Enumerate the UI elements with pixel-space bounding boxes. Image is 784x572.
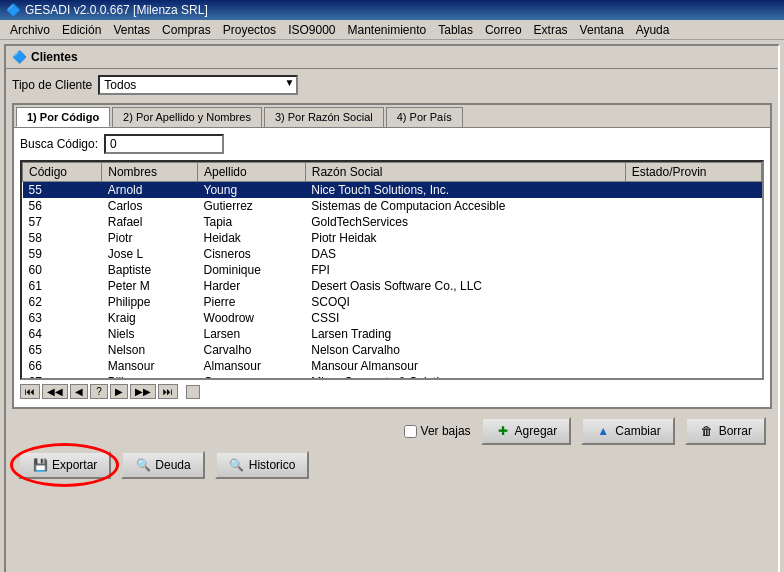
client-type-row: Tipo de Cliente Todos Activo Inactivo — [12, 75, 772, 95]
cell-estado — [625, 358, 761, 374]
cell-razon: SCOQI — [305, 294, 625, 310]
tab-por-razon[interactable]: 3) Por Razón Social — [264, 107, 384, 127]
tab-por-pais[interactable]: 4) Por País — [386, 107, 463, 127]
menu-item-edición[interactable]: Edición — [56, 22, 107, 38]
table-row[interactable]: 59 Jose L Cisneros DAS — [23, 246, 762, 262]
tabs-panel: 1) Por Código 2) Por Apellido y Nombres … — [12, 103, 772, 409]
table-row[interactable]: 57 Rafael Tapia GoldTechServices — [23, 214, 762, 230]
title-icon: 🔷 — [6, 3, 21, 17]
nav-prev-button[interactable]: ◀ — [70, 384, 88, 399]
tab-por-codigo[interactable]: 1) Por Código — [16, 107, 110, 127]
borrar-button[interactable]: 🗑 Borrar — [685, 417, 766, 445]
cambiar-button[interactable]: ▲ Cambiar — [581, 417, 674, 445]
client-type-select-wrapper[interactable]: Todos Activo Inactivo — [98, 75, 298, 95]
table-row[interactable]: 64 Niels Larsen Larsen Trading — [23, 326, 762, 342]
cell-nombres: Bill — [102, 374, 198, 380]
nav-last-button[interactable]: ⏭ — [158, 384, 178, 399]
cell-codigo: 61 — [23, 278, 102, 294]
cell-apellido: Carvalho — [198, 342, 306, 358]
cell-apellido: Heidak — [198, 230, 306, 246]
col-estado: Estado/Provin — [625, 163, 761, 182]
ver-bajas-label: Ver bajas — [421, 424, 471, 438]
cell-apellido: Woodrow — [198, 310, 306, 326]
table-row[interactable]: 55 Arnold Young Nice Touch Solutions, In… — [23, 182, 762, 199]
col-apellido: Apellido — [198, 163, 306, 182]
table-row[interactable]: 67 Bill Genzer Micro Concepts & Solution… — [23, 374, 762, 380]
menu-item-tablas[interactable]: Tablas — [432, 22, 479, 38]
exportar-button[interactable]: 💾 Exportar — [18, 451, 111, 479]
cell-razon: Larsen Trading — [305, 326, 625, 342]
historico-button[interactable]: 🔍 Historico — [215, 451, 310, 479]
cell-codigo: 66 — [23, 358, 102, 374]
exportar-wrapper: 💾 Exportar — [18, 451, 111, 479]
nav-next-button[interactable]: ▶ — [110, 384, 128, 399]
cambiar-icon: ▲ — [595, 423, 611, 439]
cell-nombres: Niels — [102, 326, 198, 342]
agregar-icon: ✚ — [495, 423, 511, 439]
nav-next-next-button[interactable]: ▶▶ — [130, 384, 156, 399]
cell-razon: Piotr Heidak — [305, 230, 625, 246]
deuda-button[interactable]: 🔍 Deuda — [121, 451, 204, 479]
table-row[interactable]: 56 Carlos Gutierrez Sistemas de Computac… — [23, 198, 762, 214]
nav-prev-prev-button[interactable]: ◀◀ — [42, 384, 68, 399]
nav-first-button[interactable]: ⏮ — [20, 384, 40, 399]
client-type-label: Tipo de Cliente — [12, 78, 92, 92]
menu-item-ventas[interactable]: Ventas — [107, 22, 156, 38]
table-row[interactable]: 58 Piotr Heidak Piotr Heidak — [23, 230, 762, 246]
table-row[interactable]: 66 Mansour Almansour Mansour Almansour — [23, 358, 762, 374]
nav-help-button[interactable]: ? — [90, 384, 108, 399]
menu-item-ventana[interactable]: Ventana — [574, 22, 630, 38]
agregar-button[interactable]: ✚ Agregar — [481, 417, 572, 445]
menu-item-proyectos[interactable]: Proyectos — [217, 22, 282, 38]
table-row[interactable]: 65 Nelson Carvalho Nelson Carvalho — [23, 342, 762, 358]
cell-nombres: Jose L — [102, 246, 198, 262]
cell-nombres: Kraig — [102, 310, 198, 326]
table-row[interactable]: 61 Peter M Harder Desert Oasis Software … — [23, 278, 762, 294]
cell-nombres: Peter M — [102, 278, 198, 294]
menu-item-compras[interactable]: Compras — [156, 22, 217, 38]
cell-codigo: 59 — [23, 246, 102, 262]
menu-item-ayuda[interactable]: Ayuda — [630, 22, 676, 38]
cell-nombres: Baptiste — [102, 262, 198, 278]
cell-nombres: Mansour — [102, 358, 198, 374]
cell-apellido: Genzer — [198, 374, 306, 380]
client-type-select[interactable]: Todos Activo Inactivo — [98, 75, 298, 95]
cell-apellido: Tapia — [198, 214, 306, 230]
cell-razon: GoldTechServices — [305, 214, 625, 230]
menu-item-iso9000[interactable]: ISO9000 — [282, 22, 341, 38]
cell-codigo: 64 — [23, 326, 102, 342]
cell-razon: DAS — [305, 246, 625, 262]
window-icon: 🔷 — [12, 50, 27, 64]
menu-item-extras[interactable]: Extras — [528, 22, 574, 38]
cell-apellido: Pierre — [198, 294, 306, 310]
cell-apellido: Gutierrez — [198, 198, 306, 214]
cell-apellido: Young — [198, 182, 306, 199]
historico-icon: 🔍 — [229, 457, 245, 473]
window-title-bar: 🔷 Clientes — [6, 46, 778, 69]
menu-item-archivo[interactable]: Archivo — [4, 22, 56, 38]
table-body: 55 Arnold Young Nice Touch Solutions, In… — [23, 182, 762, 381]
table-container[interactable]: Código Nombres Apellido Razón Social Est… — [20, 160, 764, 380]
cell-codigo: 55 — [23, 182, 102, 199]
menu-item-correo[interactable]: Correo — [479, 22, 528, 38]
tab-content: Busca Código: Código Nombres Apellido Ra… — [14, 127, 770, 407]
cell-codigo: 56 — [23, 198, 102, 214]
cell-estado — [625, 198, 761, 214]
search-input[interactable] — [104, 134, 224, 154]
main-window: 🔷 Clientes Tipo de Cliente Todos Activo … — [4, 44, 780, 572]
ver-bajas-checkbox[interactable] — [404, 425, 417, 438]
scroll-handle[interactable] — [186, 385, 200, 399]
cell-estado — [625, 374, 761, 380]
menu-item-mantenimiento[interactable]: Mantenimiento — [342, 22, 433, 38]
table-row[interactable]: 60 Baptiste Dominique FPI — [23, 262, 762, 278]
table-row[interactable]: 62 Philippe Pierre SCOQI — [23, 294, 762, 310]
cell-codigo: 57 — [23, 214, 102, 230]
window-title-text: Clientes — [31, 50, 78, 64]
cell-apellido: Cisneros — [198, 246, 306, 262]
bottom-area: Ver bajas ✚ Agregar ▲ Cambiar 🗑 Borrar — [12, 413, 772, 483]
table-row[interactable]: 63 Kraig Woodrow CSSI — [23, 310, 762, 326]
tab-por-apellido[interactable]: 2) Por Apellido y Nombres — [112, 107, 262, 127]
cell-nombres: Nelson — [102, 342, 198, 358]
cell-codigo: 63 — [23, 310, 102, 326]
exportar-icon: 💾 — [32, 457, 48, 473]
